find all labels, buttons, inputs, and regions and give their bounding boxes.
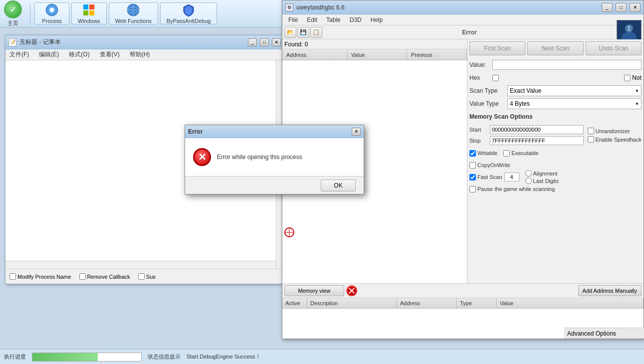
start-row: Start xyxy=(469,124,584,135)
fast-scan-input[interactable] xyxy=(504,173,519,182)
error-close-button[interactable]: ✕ xyxy=(352,128,361,136)
process-button[interactable]: Process xyxy=(34,2,69,24)
ce-menu-edit[interactable]: Edit xyxy=(303,15,321,24)
stop-label: Stop xyxy=(469,138,487,144)
notepad-menu-file[interactable]: 文件(F) xyxy=(7,50,31,59)
scan-buttons: First Scan Next Scan Undo Scan xyxy=(469,41,642,55)
ce-menu-file[interactable]: File xyxy=(284,15,302,24)
ce-toolbar-save[interactable]: 💾 xyxy=(297,27,309,38)
value-label: Value: xyxy=(469,61,489,68)
notepad-hscrollbar[interactable] xyxy=(5,261,276,269)
home-button[interactable]: ✓ 主页 xyxy=(4,0,22,27)
ce-bottom: Memory view Add Address Manually Active … xyxy=(282,283,644,339)
remove-callback-checkbox[interactable]: Remove Callback xyxy=(79,273,130,280)
memory-view-row: Memory view Add Address Manually xyxy=(282,284,644,298)
addr-col-address: Address xyxy=(397,298,457,308)
progress-bar xyxy=(32,353,142,362)
stop-input[interactable] xyxy=(490,136,584,145)
ce-menu-help[interactable]: Help xyxy=(367,15,387,24)
value-type-label: Value Type xyxy=(469,100,504,107)
ce-found-count: Found: 0 xyxy=(282,39,467,49)
ce-target-icon[interactable] xyxy=(284,227,294,239)
next-scan-button[interactable]: Next Scan xyxy=(527,41,583,55)
speedhack-checkbox[interactable]: Enable Speedhack xyxy=(588,136,642,143)
executable-checkbox[interactable]: Executable xyxy=(503,150,538,157)
addr-col-desc: Description xyxy=(307,298,397,308)
extra-options: Unrandomizer Enable Speedhack xyxy=(588,128,642,143)
sus-checkbox[interactable]: Sus xyxy=(138,273,156,280)
hex-label: Hex xyxy=(469,74,489,81)
add-address-button[interactable]: Add Address Manually xyxy=(578,285,642,296)
divider xyxy=(30,3,30,23)
notepad-menu-view[interactable]: 查看(V) xyxy=(98,50,122,59)
error-title: Error xyxy=(188,128,352,135)
ce-menu-table[interactable]: Table xyxy=(322,15,345,24)
hex-checkbox[interactable] xyxy=(492,75,499,81)
ce-right-panel: First Scan Next Scan Undo Scan Value: He… xyxy=(467,39,644,283)
ce-toolbar-open[interactable]: 📂 xyxy=(284,27,296,38)
ce-titlebar: ⚙ uweytasdhgbc 6.6 _ □ ✕ xyxy=(282,0,644,14)
windows-label: Windows xyxy=(78,18,100,24)
ce-col-value: Value xyxy=(347,49,407,60)
windows-button[interactable]: Windows xyxy=(71,2,107,24)
web-button[interactable]: Web Functions xyxy=(109,2,158,24)
notepad-menu-edit[interactable]: 编辑(E) xyxy=(37,50,61,59)
pause-checkbox[interactable]: Pause the game while scanning xyxy=(469,186,555,192)
ce-menubar: File Edit Table D3D Help xyxy=(282,14,644,25)
bypass-button[interactable]: ByPassAntiDebug xyxy=(160,2,217,24)
alignment-radio[interactable]: Alignment xyxy=(525,170,559,177)
last-digits-radio[interactable]: Last Digits xyxy=(525,178,559,184)
ce-close[interactable]: ✕ xyxy=(630,3,641,12)
ce-minimize[interactable]: _ xyxy=(602,3,613,12)
ok-button[interactable]: OK xyxy=(321,180,356,191)
process-label: Process xyxy=(42,18,62,24)
modify-process-name-checkbox[interactable]: Modify Process Name xyxy=(9,273,71,280)
start-input[interactable] xyxy=(490,125,584,134)
not-checkbox[interactable] xyxy=(624,75,631,81)
notepad-restore[interactable]: □ xyxy=(260,38,269,46)
svg-rect-5 xyxy=(83,10,88,15)
notepad-title: 无标题 - 记事本 xyxy=(19,38,245,46)
start-label: Start xyxy=(469,127,487,133)
ce-menu-d3d[interactable]: D3D xyxy=(346,15,366,24)
addr-table-header: Active Description Address Type Value xyxy=(282,298,644,309)
stop-icon[interactable] xyxy=(346,285,357,296)
notepad-minimize[interactable]: _ xyxy=(248,38,257,46)
ce-restore[interactable]: □ xyxy=(616,3,627,12)
value-type-row: Value Type 4 Bytes xyxy=(469,98,642,109)
status-prefix: 状态信息提示 xyxy=(148,353,181,361)
svg-rect-6 xyxy=(89,10,94,15)
notepad-menu-format[interactable]: 格式(O) xyxy=(67,50,91,59)
error-titlebar: Error ✕ xyxy=(185,125,364,138)
process-icon xyxy=(45,3,59,17)
svg-point-2 xyxy=(50,8,54,12)
ce-toolbar-paste[interactable]: 📋 xyxy=(310,27,322,38)
value-type-dropdown[interactable]: 4 Bytes xyxy=(507,98,642,109)
fast-scan-row: Fast Scan Alignment Last Digits xyxy=(469,172,642,182)
addr-col-value: Value xyxy=(497,298,644,308)
writable-checkbox[interactable]: Writable xyxy=(469,150,497,157)
bypass-icon xyxy=(182,3,196,17)
not-row: Not xyxy=(624,74,642,81)
first-scan-button[interactable]: First Scan xyxy=(469,41,525,55)
memory-scan-header: Memory Scan Options xyxy=(469,113,642,120)
notepad-titlebar: 📝 无标题 - 记事本 _ □ ✕ xyxy=(5,35,284,49)
ce-error-title: Error xyxy=(323,29,616,36)
exec-label: 执行进度 xyxy=(4,353,26,361)
hex-row: Hex Not xyxy=(469,72,642,83)
alignment-group: Alignment Last Digits xyxy=(525,170,559,184)
ce-toolbar: 📂 💾 📋 Error Σ xyxy=(282,25,644,39)
copy-on-write-row: CopyOnWrite xyxy=(469,160,642,170)
web-label: Web Functions xyxy=(115,18,152,24)
value-input[interactable] xyxy=(492,60,642,70)
fast-scan-checkbox[interactable]: Fast Scan xyxy=(469,174,502,181)
scan-type-dropdown[interactable]: Exact Value xyxy=(507,85,642,96)
notepad-close[interactable]: ✕ xyxy=(272,38,281,46)
svg-rect-4 xyxy=(89,4,94,9)
memory-view-button[interactable]: Memory view xyxy=(284,285,344,296)
notepad-menu-help[interactable]: 帮助(H) xyxy=(128,50,152,59)
copy-on-write-checkbox[interactable]: CopyOnWrite xyxy=(469,162,510,169)
error-icon: ✕ xyxy=(193,148,211,166)
unrandomizer-checkbox[interactable]: Unrandomizer xyxy=(588,128,642,134)
undo-scan-button[interactable]: Undo Scan xyxy=(586,41,642,55)
